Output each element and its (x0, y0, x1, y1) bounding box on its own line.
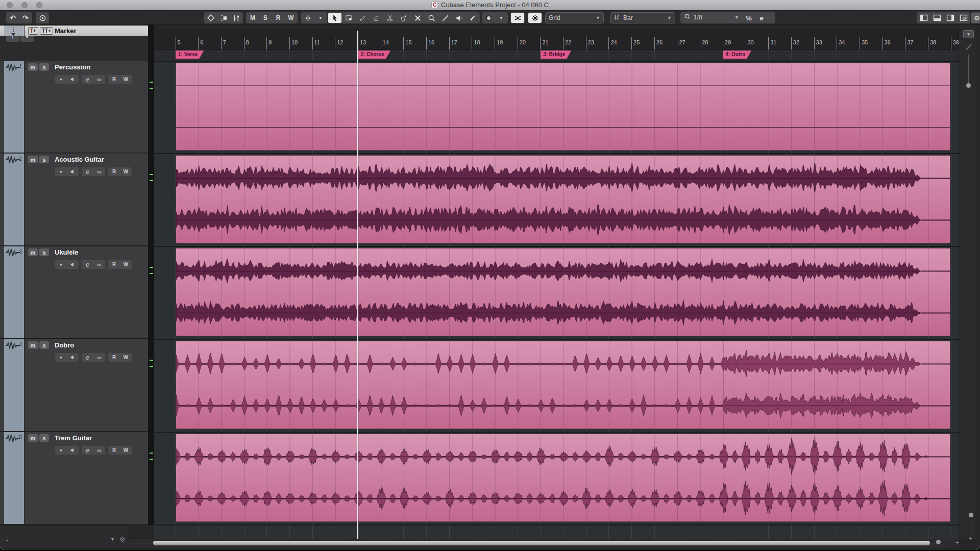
global-s-button[interactable]: S (259, 13, 272, 23)
write-automation-button[interactable]: W (120, 75, 132, 84)
monitor-button[interactable] (67, 167, 79, 176)
read-automation-button[interactable]: R (108, 260, 120, 269)
track-row-acoustic-guitar[interactable]: 2msAcoustic Guitar●e∞RW (0, 154, 148, 246)
waveform-zoom-handle[interactable] (966, 83, 971, 88)
zoom-window-button[interactable] (36, 2, 42, 8)
write-automation-button[interactable]: W (120, 353, 132, 362)
ruler-options-button[interactable]: ▼ (963, 30, 974, 38)
edit-channel-button[interactable]: e (82, 75, 93, 84)
record-enable-button[interactable]: ● (55, 260, 67, 269)
insert-marker-button[interactable]: T+ (28, 27, 38, 35)
monitor-button[interactable] (67, 353, 79, 362)
right-zone-button[interactable] (944, 13, 957, 23)
freeze-button[interactable]: ∞ (93, 75, 105, 84)
freeze-button[interactable]: ∞ (93, 446, 105, 455)
freeze-button[interactable]: ∞ (93, 353, 105, 362)
track-scale-menu-icon[interactable]: ▼ (110, 537, 115, 542)
write-automation-button[interactable]: W (120, 167, 132, 176)
write-automation-button[interactable]: W (120, 446, 132, 455)
insert-cycle-marker-button[interactable]: TT+ (40, 27, 53, 35)
snap-button[interactable] (528, 13, 542, 23)
track-row-trem-guitar[interactable]: 5msTrem Guitar●e∞RW (0, 432, 148, 524)
vertical-zoom-slider[interactable] (971, 516, 971, 536)
read-automation-button[interactable]: R (108, 446, 120, 455)
grid-type-dropdown[interactable]: Bar▼ (610, 12, 675, 23)
track-row-ukulele[interactable]: 3msUkulele●e∞RW (0, 246, 148, 339)
solo-button[interactable]: s (39, 434, 49, 442)
freeze-button[interactable]: ∞ (93, 167, 105, 176)
horizontal-zoom-handle[interactable] (936, 540, 941, 544)
mute-button[interactable]: m (28, 341, 38, 349)
marker-lane[interactable]: 1: Verse2: Chorus3: Bridge4: Outro (154, 49, 959, 61)
waveform-zoom-slider[interactable] (968, 55, 969, 87)
read-automation-button[interactable]: R (108, 353, 120, 362)
glue-tool-button[interactable] (397, 13, 410, 23)
color-menu-button[interactable]: ▼ (495, 13, 507, 23)
monitor-button[interactable] (67, 75, 79, 84)
auto-punch-button[interactable] (302, 13, 314, 23)
mute-button[interactable]: m (28, 63, 38, 71)
close-window-button[interactable] (7, 2, 13, 8)
global-m-button[interactable]: M (247, 13, 259, 23)
erase-tool-button[interactable] (370, 13, 383, 23)
object-selection-tool-button[interactable] (328, 13, 341, 23)
track-visibility-button[interactable] (217, 13, 230, 23)
edit-channel-button[interactable]: e (82, 260, 93, 269)
write-automation-button[interactable]: W (120, 260, 132, 269)
line-tool-button[interactable] (438, 13, 452, 23)
lower-zone-button[interactable] (930, 13, 943, 23)
footer-minimize-icon[interactable]: - (6, 537, 8, 543)
audio-region-trem-guitar[interactable] (176, 434, 950, 522)
undo-button[interactable]: ↶ (7, 13, 19, 23)
solo-button[interactable]: s (39, 63, 49, 71)
marker-track-row[interactable]: T+ TT+ Marker (0, 25, 148, 36)
track-settings-gear-icon[interactable]: ⚙ (119, 536, 126, 543)
record-enable-button[interactable]: ● (55, 353, 67, 362)
read-automation-button[interactable]: R (108, 75, 120, 84)
marker-flag[interactable]: 1: Verse (176, 51, 204, 59)
mixconsole-button[interactable] (230, 13, 242, 23)
zoom-tool-button[interactable] (425, 13, 438, 23)
mute-tool-button[interactable] (411, 13, 424, 23)
mute-button[interactable]: m (28, 434, 38, 442)
punch-menu-button[interactable]: ▼ (314, 13, 327, 23)
monitor-button[interactable] (67, 446, 79, 455)
mute-button[interactable]: m (28, 248, 38, 256)
horizontal-zoom-in-icon[interactable]: + (955, 539, 959, 545)
constrain-delay-compensation-button[interactable] (36, 13, 48, 23)
solo-button[interactable]: s (39, 248, 49, 256)
record-enable-button[interactable]: ● (55, 446, 67, 455)
solo-button[interactable]: s (39, 341, 49, 349)
settings-gear-button[interactable]: ⚙ (971, 13, 980, 23)
draw-tool-button[interactable] (356, 13, 369, 23)
audition-tool-button[interactable] (452, 13, 465, 23)
quantize-preset-dropdown[interactable]: 1/8▼ (681, 12, 742, 23)
mute-button[interactable]: m (28, 156, 38, 163)
monitor-button[interactable] (67, 260, 79, 269)
global-w-button[interactable]: W (285, 13, 297, 23)
edit-channel-button[interactable]: e (82, 446, 93, 455)
selected-color-button[interactable] (482, 13, 495, 23)
solo-button[interactable]: s (39, 156, 49, 163)
playhead-cursor[interactable] (357, 31, 358, 539)
split-tool-button[interactable] (383, 13, 397, 23)
media-button[interactable] (205, 13, 217, 23)
vertical-zoom-in-icon[interactable]: + (969, 535, 972, 541)
audio-region-acoustic-guitar[interactable] (176, 155, 950, 243)
marker-flag[interactable]: 2: Chorus (358, 51, 390, 59)
audio-region-percussion[interactable] (176, 63, 950, 151)
read-automation-button[interactable]: R (108, 167, 120, 176)
track-row-percussion[interactable]: 1msPercussion●e∞RW (0, 61, 148, 153)
audio-region-ukulele[interactable] (176, 248, 950, 336)
iterative-quantize-button[interactable]: ℅ (743, 13, 755, 23)
timeline-ruler[interactable]: 5678910111213141516171819202122232425262… (154, 29, 959, 49)
auto-scroll-button[interactable] (511, 13, 524, 23)
vertical-zoom-handle[interactable] (969, 513, 973, 517)
freeze-button[interactable]: ∞ (93, 260, 105, 269)
snap-type-dropdown[interactable]: Grid▼ (545, 12, 604, 23)
edit-channel-button[interactable]: e (82, 167, 93, 176)
marker-flag[interactable]: 4: Outro (723, 51, 751, 59)
left-zone-button[interactable] (917, 13, 930, 23)
track-row-dobro[interactable]: 4msDobro●e∞RW (0, 339, 148, 432)
marker-flag[interactable]: 3: Bridge (541, 51, 571, 59)
